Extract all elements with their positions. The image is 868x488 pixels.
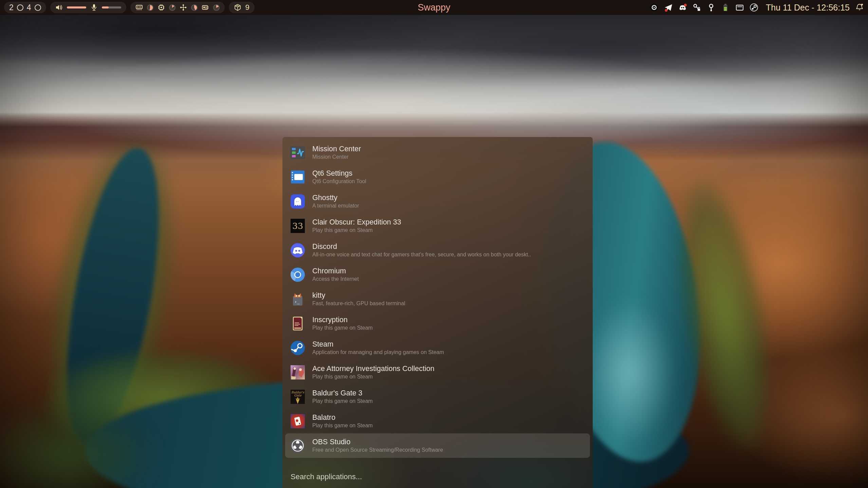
- volume-slider[interactable]: [67, 6, 86, 8]
- svg-text:›_: ›_: [294, 299, 300, 304]
- fan-icon: [180, 4, 187, 11]
- wallpaper-water-reflection: [584, 298, 676, 448]
- list-item[interactable]: 33 Clair Obscur: Expedition 33 Play this…: [285, 214, 590, 238]
- key-icon[interactable]: [692, 3, 701, 12]
- audio-module: [50, 2, 126, 13]
- app-name: Ghostty: [312, 194, 359, 202]
- clock[interactable]: Thu 11 Dec - 12:56:15: [766, 3, 850, 13]
- app-description: A terminal emulator: [312, 202, 359, 210]
- vram-usage-pie: [213, 4, 220, 11]
- list-item[interactable]: OBS Studio Free and Open Source Streamin…: [285, 433, 590, 458]
- gpu-icon: [202, 4, 209, 11]
- app-description: Free and Open Source Streaming/Recording…: [312, 447, 443, 454]
- app-description: Access the Internet: [312, 276, 359, 283]
- app-launcher: Mission Center Mission Center Qt6 Settin…: [282, 137, 593, 488]
- microphone-icon[interactable]: [90, 4, 98, 11]
- app-description: Play this game on Steam: [312, 227, 401, 234]
- app-list: Mission Center Mission Center Qt6 Settin…: [282, 140, 593, 458]
- mic-slider[interactable]: [102, 6, 121, 8]
- app-description: Application for managing and playing gam…: [312, 349, 444, 356]
- keyring-icon[interactable]: [707, 3, 716, 12]
- app-description: Fast, feature-rich, GPU based terminal: [312, 300, 405, 307]
- bell-icon[interactable]: [855, 3, 864, 12]
- app-name: Discord: [312, 242, 531, 251]
- list-item[interactable]: ›- Ghostty A terminal emulator: [285, 189, 590, 214]
- package-icon: [234, 4, 241, 11]
- system-monitor-module: [130, 2, 225, 13]
- workspace-4[interactable]: 4: [27, 2, 31, 13]
- balatro-icon: [290, 413, 306, 429]
- inscryption-icon: [290, 316, 306, 331]
- ghostty-icon: ›-: [290, 194, 306, 209]
- list-item[interactable]: ›_ kitty Fast, feature-rich, GPU based t…: [285, 287, 590, 311]
- search-input[interactable]: [290, 470, 583, 483]
- list-item[interactable]: Ace Attorney Investigations Collection P…: [285, 360, 590, 385]
- bar-right-modules: Thu 11 Dec - 12:56:15: [650, 3, 864, 13]
- list-item[interactable]: Balatro Play this game on Steam: [285, 409, 590, 433]
- discord-icon: [290, 242, 306, 258]
- package-updates-module[interactable]: 9: [229, 2, 255, 13]
- app-description: Play this game on Steam: [312, 373, 435, 380]
- mic-slider-fill: [102, 6, 109, 8]
- clair-obscur-icon: 33: [290, 218, 306, 234]
- workspace-dot[interactable]: [17, 4, 23, 11]
- svg-text:33: 33: [292, 221, 303, 231]
- app-name: kitty: [312, 291, 405, 300]
- chromium-icon: [290, 267, 306, 282]
- ram-icon: [135, 4, 143, 11]
- steam-tray-icon[interactable]: [750, 3, 758, 12]
- app-name: Chromium: [312, 267, 359, 276]
- package-count: 9: [245, 3, 250, 12]
- svg-text:›-: ›-: [295, 200, 299, 203]
- cpu-icon: [158, 4, 165, 11]
- app-name: Steam: [312, 340, 444, 349]
- ethernet-icon[interactable]: [735, 3, 744, 12]
- app-name: Balatro: [312, 413, 373, 422]
- gpu-usage-pie: [191, 4, 198, 11]
- bar-left-modules: 2 4: [4, 2, 255, 13]
- list-item[interactable]: Inscryption Play this game on Steam: [285, 311, 590, 336]
- obs-studio-icon: [290, 438, 306, 453]
- discord-icon[interactable]: [678, 3, 687, 12]
- telegram-icon[interactable]: [664, 3, 673, 12]
- app-description: Qt6 Configuration Tool: [312, 178, 366, 185]
- mission-center-icon: [290, 145, 306, 160]
- app-name: OBS Studio: [312, 438, 443, 447]
- battery-icon[interactable]: [721, 3, 730, 12]
- app-description: Play this game on Steam: [312, 422, 373, 429]
- focused-window-title: Swappy: [418, 0, 450, 15]
- workspace-indicator: 2 4: [4, 2, 46, 13]
- app-description: Play this game on Steam: [312, 325, 373, 332]
- kitty-icon: ›_: [290, 291, 306, 307]
- app-name: Baldur's Gate 3: [312, 389, 373, 398]
- app-name: Clair Obscur: Expedition 33: [312, 218, 401, 227]
- qt6-settings-icon: [290, 169, 306, 185]
- ram-usage-pie: [147, 4, 153, 11]
- list-item[interactable]: Qt6 Settings Qt6 Configuration Tool: [285, 165, 590, 189]
- list-item[interactable]: Baldur's Gate Baldur's Gate 3 Play this …: [285, 385, 590, 409]
- list-item[interactable]: Discord All-in-one voice and text chat f…: [285, 238, 590, 262]
- svg-text:Gate: Gate: [294, 394, 301, 397]
- speaker-icon[interactable]: [55, 4, 63, 11]
- steam-icon: [290, 340, 306, 356]
- app-description: Play this game on Steam: [312, 398, 373, 405]
- baldurs-gate-3-icon: Baldur's Gate: [290, 389, 306, 405]
- workspace-dot[interactable]: [35, 4, 41, 11]
- app-name: Mission Center: [312, 145, 361, 154]
- app-description: All-in-one voice and text chat for gamer…: [312, 251, 531, 258]
- list-item[interactable]: Chromium Access the Internet: [285, 262, 590, 287]
- app-description: Mission Center: [312, 154, 361, 161]
- cpu-usage-pie: [169, 4, 176, 11]
- steelseries-icon[interactable]: [650, 3, 659, 12]
- app-name: Qt6 Settings: [312, 169, 366, 178]
- app-name: Ace Attorney Investigations Collection: [312, 365, 435, 373]
- list-item[interactable]: Steam Application for managing and playi…: [285, 336, 590, 360]
- ace-attorney-icon: [290, 365, 306, 380]
- list-item[interactable]: Mission Center Mission Center: [285, 140, 590, 165]
- volume-slider-fill: [67, 6, 86, 8]
- workspace-2[interactable]: 2: [9, 2, 14, 13]
- top-bar: 2 4: [0, 0, 868, 15]
- app-name: Inscryption: [312, 316, 373, 325]
